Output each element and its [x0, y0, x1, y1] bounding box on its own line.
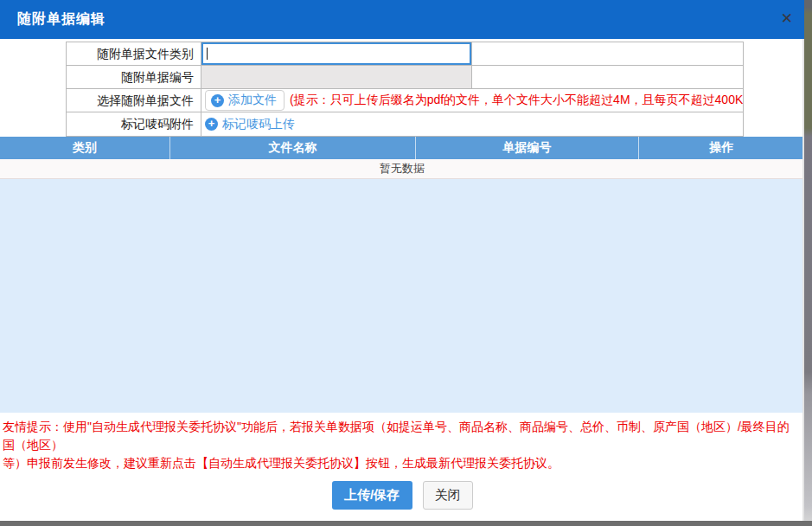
background-right-strip	[804, 0, 812, 526]
friendly-notice: 友情提示：使用"自动生成代理报关委托协议"功能后，若报关单数据项（如提运单号、商…	[0, 414, 804, 472]
attachment-form: 随附单据文件类别 随附单据编号 选择随附单据文件 + 添加文件 (提示：只可上传…	[66, 42, 744, 137]
form-row-doc-type: 随附单据文件类别	[67, 42, 743, 66]
form-row-mark-code: 标记唛码附件 + 标记唛码上传	[67, 112, 743, 136]
column-header-doc-number: 单据编号	[415, 137, 638, 159]
table-body-empty-area	[0, 179, 802, 413]
column-header-filename: 文件名称	[169, 137, 415, 159]
doc-type-field-cell	[201, 42, 472, 65]
text-caret	[207, 48, 208, 60]
doc-type-label: 随附单据文件类别	[67, 42, 201, 65]
upload-hint-text: (提示：只可上传后缀名为pdf的文件，单个文件大小不能超过4M，且每页不超过40…	[290, 93, 743, 108]
form-row-filler	[472, 42, 743, 65]
mark-code-label: 标记唛码附件	[67, 112, 201, 136]
add-file-button[interactable]: + 添加文件	[205, 90, 285, 111]
dialog-footer: 上传/保存 关闭	[0, 481, 804, 510]
attachment-table-header: 类别 文件名称 单据编号 操作	[0, 137, 804, 159]
dialog-titlebar: 随附单据编辑	[0, 0, 804, 39]
close-button[interactable]: 关闭	[423, 481, 473, 510]
mark-code-upload-label: 标记唛码上传	[222, 117, 295, 132]
form-row-filler	[472, 66, 743, 88]
upload-save-button[interactable]: 上传/保存	[332, 481, 412, 510]
doc-number-field-cell	[201, 66, 472, 88]
notice-line-1: 友情提示：使用"自动生成代理报关委托协议"功能后，若报关单数据项（如提运单号、商…	[3, 418, 801, 454]
column-header-category: 类别	[0, 137, 169, 159]
doc-number-input	[201, 66, 471, 88]
attached-documents-edit-dialog: 随附单据编辑 ✕ 随附单据文件类别 随附单据编号 选择随附单据文件 + 添加文件	[0, 0, 812, 526]
background-bottom-strip	[0, 521, 812, 526]
select-file-label: 选择随附单据文件	[67, 89, 201, 112]
doc-number-label: 随附单据编号	[67, 66, 201, 88]
plus-circle-icon: +	[211, 94, 224, 107]
notice-line-2: 等）申报前发生修改，建议重新点击【自动生成代理报关委托协议】按钮，生成最新代理报…	[3, 454, 801, 472]
form-row-doc-number: 随附单据编号	[67, 66, 743, 89]
no-data-text: 暂无数据	[380, 161, 425, 176]
doc-type-input[interactable]	[201, 42, 471, 65]
dialog-title: 随附单据编辑	[0, 10, 105, 29]
close-icon[interactable]: ✕	[781, 11, 793, 26]
select-file-field-cell: + 添加文件 (提示：只可上传后缀名为pdf的文件，单个文件大小不能超过4M，且…	[201, 89, 743, 112]
mark-code-upload-link[interactable]: + 标记唛码上传	[205, 117, 295, 132]
add-file-button-label: 添加文件	[228, 93, 277, 108]
mark-code-field-cell: + 标记唛码上传	[201, 112, 743, 136]
table-empty-row: 暂无数据	[0, 159, 804, 179]
column-header-actions: 操作	[638, 137, 804, 159]
plus-circle-icon: +	[205, 118, 218, 131]
form-row-select-file: 选择随附单据文件 + 添加文件 (提示：只可上传后缀名为pdf的文件，单个文件大…	[67, 89, 743, 112]
